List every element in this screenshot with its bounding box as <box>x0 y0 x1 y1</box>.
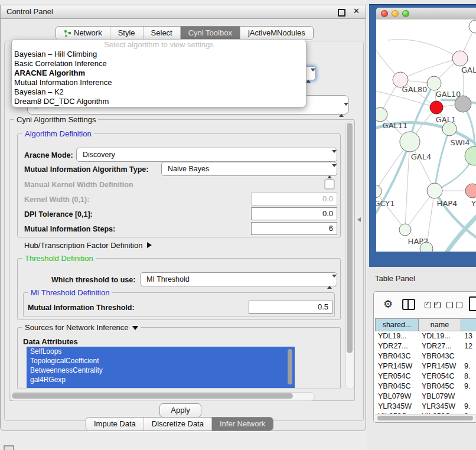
table-cell: 8. <box>461 371 476 381</box>
table-row[interactable]: YBL079WYBL079W <box>375 392 476 402</box>
bottom-tabbar: Impute Data Discretize Data Infer Networ… <box>86 417 273 431</box>
tab-select[interactable]: Select <box>143 27 180 40</box>
table-row[interactable]: YPR145WYPR145W9. <box>375 361 476 371</box>
settings-hscrollbar[interactable] <box>10 392 315 401</box>
table-hscrollbar[interactable] <box>375 414 476 422</box>
settings-vscrollbar[interactable] <box>345 121 354 389</box>
mi-threshold-legend: MI Threshold Definition <box>28 288 112 297</box>
panel-resize-arrow-icon[interactable] <box>357 217 361 222</box>
which-threshold-combo[interactable]: MI Threshold <box>140 272 337 286</box>
column-header-partial[interactable]: A <box>461 318 476 331</box>
network-window[interactable]: GALGAL80GAL10GAL1GAL11GAL4SWI4HAP4YGCY1H… <box>376 8 476 252</box>
mi-threshold-field[interactable]: 0.5 <box>249 301 332 314</box>
network-node[interactable] <box>465 146 476 165</box>
table-body[interactable]: YDL19...YDL19...13YDR27...YDR27...12YBR0… <box>375 331 476 414</box>
list-item[interactable]: BetweennessCentrality <box>27 366 295 375</box>
network-node[interactable] <box>376 107 387 122</box>
algorithm-item[interactable]: Bayesian – Hill Climbing <box>12 50 306 59</box>
table-hscrollbar-thumb[interactable] <box>377 416 473 420</box>
dpi-tolerance-label: DPI Tolerance [0,1]: <box>24 210 93 219</box>
mi-type-combo[interactable]: Naive Bayes <box>161 162 337 176</box>
tab-style[interactable]: Style <box>110 27 143 40</box>
table-row[interactable]: YER054CYER054C8. <box>375 371 476 381</box>
table-row[interactable]: YDR27...YDR27...12 <box>375 341 476 351</box>
tab-style-label: Style <box>118 27 135 40</box>
column-header-shared[interactable]: shared... <box>375 318 419 331</box>
dpi-tolerance-field[interactable]: 0.0 <box>251 207 337 220</box>
list-vscrollbar-thumb[interactable] <box>288 349 292 384</box>
mi-type-label: Mutual Information Algorithm Type: <box>24 165 148 174</box>
network-node[interactable] <box>465 184 476 198</box>
settings-hscrollbar-thumb[interactable] <box>12 393 293 399</box>
zoom-traffic-light-icon[interactable] <box>402 10 409 17</box>
control-panel-titlebar[interactable]: Control Panel ✕ <box>1 5 366 19</box>
network-window-titlebar[interactable] <box>376 8 476 20</box>
data-attributes-list[interactable]: SelfLoops TopologicalCoefficient Between… <box>27 347 295 388</box>
network-node[interactable] <box>442 122 457 136</box>
gear-icon[interactable]: ⚙ <box>383 298 393 311</box>
document-icon[interactable] <box>469 296 476 311</box>
algorithm-item[interactable]: Bayesian – K2 <box>12 87 306 97</box>
close-icon[interactable]: ✕ <box>353 6 360 15</box>
hub-definition-label: Hub/Transcription Factor Definition <box>24 241 142 250</box>
kernel-width-field[interactable]: 0.0 <box>251 193 337 206</box>
minimized-panel-icon[interactable] <box>4 445 14 450</box>
network-node-label: GAL4 <box>411 152 431 161</box>
hub-definition-toggle[interactable]: Hub/Transcription Factor Definition <box>24 241 152 250</box>
algorithm-item[interactable]: Basic Correlation Inference <box>12 59 306 69</box>
network-node[interactable] <box>427 183 442 198</box>
deselect-all-checkboxes-icon[interactable] <box>446 302 462 308</box>
table-cell: 12 <box>461 341 476 351</box>
network-canvas[interactable]: GALGAL80GAL10GAL1GAL11GAL4SWI4HAP4YGCY1H… <box>376 19 476 252</box>
network-node[interactable] <box>452 51 468 66</box>
network-node[interactable] <box>399 224 411 236</box>
column-header-name[interactable]: name <box>419 318 461 331</box>
settings-vscrollbar-thumb[interactable] <box>347 123 353 353</box>
table-toolbar: ⚙ <box>374 292 476 318</box>
network-canvas-svg[interactable]: GALGAL80GAL10GAL1GAL11GAL4SWI4HAP4YGCY1H… <box>376 19 476 252</box>
network-node[interactable] <box>469 20 476 33</box>
list-item[interactable]: gal4RGexp <box>27 375 295 384</box>
list-item[interactable]: SelfLoops <box>27 347 295 356</box>
manual-kernel-checkbox[interactable] <box>324 179 335 190</box>
tab-discretize-data[interactable]: Discretize Data <box>144 418 211 431</box>
table-cell: YBR043C <box>375 351 419 361</box>
table-cell: YDL19... <box>375 331 419 341</box>
algorithm-item-selected[interactable]: ARACNE Algorithm <box>12 69 306 78</box>
table-panel-strip: Table Panel <box>367 267 476 291</box>
list-item[interactable]: TopologicalCoefficient <box>27 356 295 366</box>
table-cell: 9. <box>461 361 476 371</box>
close-traffic-light-icon[interactable] <box>381 10 388 17</box>
cyni-algorithm-settings-legend: Cyni Algorithm Settings <box>14 115 98 124</box>
table-row[interactable]: YBR043CYBR043C <box>375 351 476 361</box>
mi-steps-field[interactable]: 6 <box>251 222 337 235</box>
algorithm-item[interactable]: Mutual Information Inference <box>12 78 306 87</box>
aracne-mode-combo[interactable]: Discovery <box>76 148 337 162</box>
float-window-icon[interactable] <box>338 9 345 17</box>
sources-legend[interactable]: Sources for Network Inference <box>22 323 141 332</box>
network-edge <box>400 58 460 80</box>
select-all-checkboxes-icon[interactable] <box>425 302 441 308</box>
network-node[interactable] <box>455 96 471 112</box>
network-view-frame[interactable]: GALGAL80GAL10GAL1GAL11GAL4SWI4HAP4YGCY1H… <box>369 4 476 267</box>
tab-jactivemnodules[interactable]: jActiveMNodules <box>240 27 313 40</box>
table-row[interactable]: YLR345WYLR345W9. <box>375 402 476 412</box>
network-node-label: GAL <box>461 66 476 74</box>
network-node[interactable] <box>427 76 441 90</box>
minimize-traffic-light-icon[interactable] <box>392 10 399 17</box>
network-node[interactable] <box>400 132 420 152</box>
tab-cyni-toolbox[interactable]: Cyni Toolbox <box>180 27 240 40</box>
network-node[interactable] <box>430 101 443 114</box>
table-cell: 9. <box>461 402 476 412</box>
table-row[interactable]: YBR045CYBR045C9. <box>375 381 476 392</box>
tab-impute-data[interactable]: Impute Data <box>86 418 144 431</box>
algorithm-item[interactable]: Dream8 DC_TDC Algorithm <box>12 97 306 106</box>
tab-infer-network[interactable]: Infer Network <box>211 418 273 431</box>
columns-icon[interactable] <box>402 299 415 310</box>
network-edge <box>388 40 460 58</box>
table-cell: YDL19... <box>419 331 461 341</box>
table-row[interactable]: YDL19...YDL19...13 <box>375 331 476 341</box>
network-node[interactable] <box>376 185 382 198</box>
apply-button[interactable]: Apply <box>159 403 201 418</box>
tab-network[interactable]: Network <box>56 27 110 40</box>
